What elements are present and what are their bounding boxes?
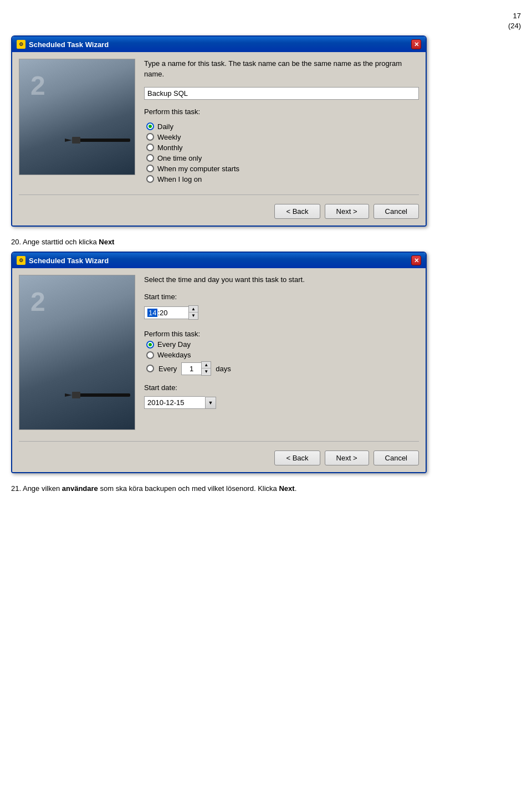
start-time-down-arrow[interactable]: ▼ [189, 313, 198, 319]
radio-weekly[interactable]: Weekly [146, 133, 419, 141]
perform-section-2: Perform this task: Every Day Weekdays [144, 330, 419, 376]
dialog-1-description: Type a name for this task. The task name… [144, 59, 419, 79]
radio-log-on-circle [146, 175, 154, 183]
clock-number-2: 2 [30, 286, 45, 317]
radio-computer-starts-circle [146, 165, 154, 172]
dialog-1-buttons: < Back Next > Cancel [12, 199, 426, 226]
dialog-1-body: 2 Type a name for this task. The task na… [12, 52, 426, 225]
instruction-2: 21. Ange vilken användare som ska köra b… [11, 483, 521, 494]
radio-weekdays-label: Weekdays [157, 351, 191, 359]
task-name-input[interactable] [144, 87, 419, 100]
start-time-hours: 14 [147, 309, 157, 317]
page-number: 17 (24) [11, 11, 521, 31]
radio-monthly-label: Monthly [157, 144, 183, 152]
svg-marker-5 [65, 393, 72, 397]
dialog-2-content: 2 Select the time and day you want this … [12, 268, 426, 437]
instruction-1: 20. Ange starttid och klicka Next [11, 237, 521, 248]
svg-marker-2 [65, 139, 72, 142]
dialog-2: ⚙ Scheduled Task Wizard ✕ 2 Select the t… [11, 252, 427, 473]
dialog-2-separator [19, 441, 419, 442]
dialog-2-back-button[interactable]: < Back [274, 450, 320, 465]
radio-computer-starts[interactable]: When my computer starts [146, 165, 419, 173]
every-down-arrow[interactable]: ▼ [202, 368, 211, 375]
dialog-1: ⚙ Scheduled Task Wizard ✕ 2 Type a name … [11, 35, 427, 226]
dialog-1-title: Scheduled Task Wizard [29, 40, 109, 49]
dialog-2-title-area: ⚙ Scheduled Task Wizard [17, 256, 109, 265]
dialog-1-close-button[interactable]: ✕ [411, 39, 421, 49]
radio-every[interactable]: Every ▲ ▼ days [146, 361, 419, 376]
radio-monthly[interactable]: Monthly [146, 144, 419, 152]
radio-one-time[interactable]: One time only [146, 154, 419, 162]
start-date-group: Start date: 2010-12-15 ▼ [144, 383, 419, 409]
start-time-label: Start time: [144, 293, 419, 301]
radio-log-on-label: When I log on [157, 175, 202, 183]
instruction-2-text: 21. Ange vilken användare som ska köra b… [11, 484, 296, 493]
radio-every-circle [146, 365, 154, 372]
radio-every-day[interactable]: Every Day [146, 340, 419, 349]
radio-weekly-circle [146, 133, 154, 141]
radio-daily-label: Daily [157, 122, 173, 131]
radio-every-label: Every [158, 365, 177, 373]
every-spinner: ▲ ▼ [181, 361, 211, 376]
radio-computer-starts-label: When my computer starts [157, 165, 239, 173]
every-arrows: ▲ ▼ [201, 361, 211, 376]
dialog-2-cancel-button[interactable]: Cancel [374, 450, 419, 465]
dialog-2-titlebar: ⚙ Scheduled Task Wizard ✕ [12, 253, 426, 268]
dialog-1-back-button[interactable]: < Back [274, 204, 320, 219]
radio-daily-circle [146, 122, 154, 130]
dialog-1-next-button[interactable]: Next > [325, 204, 369, 219]
dialog-1-cancel-button[interactable]: Cancel [374, 204, 419, 219]
dialog-1-image-content: 2 [19, 59, 135, 175]
radio-every-day-label: Every Day [157, 340, 191, 349]
start-date-label: Start date: [144, 383, 419, 392]
radio-weekdays[interactable]: Weekdays [146, 351, 419, 359]
every-field[interactable] [181, 362, 201, 375]
dialog-2-icon: ⚙ [17, 256, 25, 265]
perform-label-2: Perform this task: [144, 330, 419, 338]
every-up-arrow[interactable]: ▲ [202, 362, 211, 368]
radio-monthly-circle [146, 144, 154, 151]
dialog-1-right: Type a name for this task. The task name… [144, 59, 419, 183]
svg-rect-1 [72, 137, 80, 144]
dialog-2-image: 2 [19, 275, 135, 430]
svg-rect-4 [72, 392, 80, 398]
dialog-1-image: 2 [19, 59, 135, 175]
dialog-1-separator [19, 194, 419, 195]
instruction-1-text: 20. Ange starttid och klicka Next [11, 238, 114, 246]
radio-weekdays-circle [146, 351, 154, 359]
start-time-arrows: ▲ ▼ [188, 305, 198, 320]
radio-log-on[interactable]: When I log on [146, 175, 419, 183]
radio-group-2: Every Day Weekdays Every [146, 340, 419, 376]
dialog-1-title-area: ⚙ Scheduled Task Wizard [17, 40, 109, 49]
start-time-up-arrow[interactable]: ▲ [189, 306, 198, 313]
dialog-2-close-button[interactable]: ✕ [411, 255, 421, 265]
date-value: 2010-12-15 [147, 398, 185, 407]
perform-label-1: Perform this task: [144, 107, 419, 116]
dialog-1-icon: ⚙ [17, 40, 25, 49]
dialog-2-next-button[interactable]: Next > [325, 450, 369, 465]
date-field[interactable]: 2010-12-15 [144, 396, 205, 409]
svg-rect-0 [75, 139, 130, 142]
dialog-2-title: Scheduled Task Wizard [29, 257, 109, 265]
dialog-1-content: 2 Type a name for this task. The task na… [12, 52, 426, 190]
date-dropdown: 2010-12-15 ▼ [144, 396, 216, 409]
radio-group-1: Daily Weekly Monthly One time only [146, 122, 419, 183]
radio-weekly-label: Weekly [157, 133, 181, 141]
dialog-1-titlebar: ⚙ Scheduled Task Wizard ✕ [12, 37, 426, 52]
dialog-2-image-content: 2 [19, 275, 135, 429]
radio-every-day-circle [146, 341, 154, 349]
start-time-spinner: 14:20 ▲ ▼ [144, 305, 419, 320]
days-label: days [216, 365, 231, 373]
svg-rect-3 [75, 393, 130, 397]
start-time-group: Start time: 14:20 ▲ ▼ [144, 293, 419, 320]
radio-one-time-label: One time only [157, 154, 202, 162]
dialog-2-right: Select the time and day you want this ta… [144, 275, 419, 430]
dialog-2-description: Select the time and day you want this ta… [144, 275, 419, 285]
date-dropdown-arrow[interactable]: ▼ [205, 397, 216, 409]
radio-daily[interactable]: Daily [146, 122, 419, 131]
radio-one-time-circle [146, 154, 154, 162]
clock-number: 2 [30, 70, 45, 101]
start-time-colon: :20 [157, 309, 167, 317]
start-time-field[interactable]: 14:20 [144, 306, 188, 319]
dialog-2-buttons: < Back Next > Cancel [12, 446, 426, 472]
